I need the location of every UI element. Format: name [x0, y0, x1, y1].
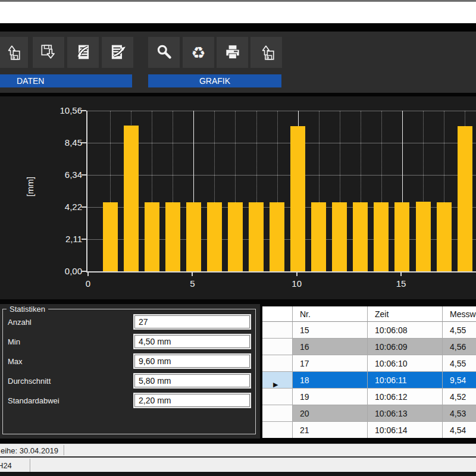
bar — [103, 202, 118, 271]
cell-nr[interactable]: 18 — [293, 372, 368, 389]
bar — [416, 202, 431, 271]
floppy-arrow-up-icon — [3, 43, 22, 62]
toolbar: ♻ DATEN GRAFIK — [0, 32, 476, 93]
document-undo-arrow-icon — [74, 43, 93, 62]
cell-nr[interactable]: 15 — [293, 322, 368, 339]
x-tick-label: 0 — [75, 278, 101, 289]
table-header-row: Nr.ZeitMesswe — [262, 306, 476, 322]
status-separator — [30, 459, 31, 472]
table-row[interactable]: 1510:06:084,55 — [262, 322, 476, 339]
cell-nr[interactable]: 16 — [293, 339, 368, 355]
x-tick-mark-icon — [400, 273, 402, 276]
status-date-text: eihe: 30.04.2019 — [1, 446, 58, 455]
bar — [207, 202, 222, 271]
stat-input-min[interactable]: 4,50 mm — [134, 335, 250, 348]
table-row[interactable]: 1910:06:124,52 — [262, 389, 476, 405]
bar — [124, 126, 139, 271]
stat-label-anzahl: Anzahl — [8, 318, 32, 327]
x-tick-label: 10 — [284, 278, 310, 289]
table-row[interactable]: 2110:06:144,54 — [262, 422, 476, 438]
print-graphic-button[interactable] — [217, 37, 248, 68]
save-graphic-button[interactable] — [250, 37, 282, 68]
cell-zeit[interactable]: 10:06:09 — [368, 339, 443, 355]
column-header-nr[interactable]: Nr. — [293, 306, 368, 322]
cell-nr[interactable]: 19 — [293, 389, 368, 405]
x-tick-mark-icon — [87, 273, 89, 276]
cell-messwert[interactable]: 9,54 — [443, 372, 476, 389]
y-tick-mark-icon — [82, 174, 86, 176]
bar — [186, 202, 201, 271]
y-tick-label: 2,11 — [35, 234, 82, 244]
column-header-messwe[interactable]: Messwe — [443, 306, 476, 322]
floppy-arrow-up-icon — [257, 43, 276, 62]
cell-messwert[interactable]: 4,54 — [443, 422, 476, 438]
bar — [332, 202, 347, 271]
export-data-button[interactable] — [102, 37, 133, 68]
row-header-cell[interactable] — [262, 405, 293, 422]
y-tick-mark-icon — [82, 239, 86, 240]
cell-nr[interactable]: 21 — [293, 422, 368, 438]
row-header-cell[interactable] — [262, 389, 293, 405]
stat-label-min: Min — [8, 337, 20, 346]
window-titlebar — [0, 2, 476, 23]
row-header-cell[interactable] — [262, 422, 293, 438]
cell-messwert[interactable]: 4,56 — [443, 339, 476, 355]
gridline-horizontal — [87, 111, 476, 111]
row-header-cell[interactable] — [262, 339, 293, 355]
clear-data-button[interactable] — [67, 37, 99, 68]
stat-input-anzahl[interactable]: 27 — [134, 315, 250, 328]
cell-zeit[interactable]: 10:06:08 — [368, 322, 443, 339]
cell-nr[interactable]: 17 — [293, 355, 368, 372]
toolbar-group-label-daten: DATEN — [0, 74, 132, 87]
y-tick-label: 8,45 — [35, 137, 82, 148]
y-tick-label: 10,56 — [35, 105, 82, 115]
printer-icon — [223, 43, 242, 62]
table-row[interactable]: ▶1810:06:119,54 — [262, 372, 476, 389]
stat-label-standardabwei: Standardabwei — [8, 396, 60, 405]
bar — [228, 202, 243, 271]
cell-zeit[interactable]: 10:06:10 — [368, 355, 443, 372]
stat-input-standardabwei[interactable]: 2,20 mm — [134, 394, 250, 407]
cell-messwert[interactable]: 4,55 — [443, 322, 476, 339]
cell-messwert[interactable]: 4,55 — [443, 355, 476, 372]
stat-input-durchschnitt[interactable]: 5,80 mm — [134, 374, 250, 387]
cell-messwert[interactable]: 4,52 — [443, 389, 476, 405]
stat-input-max[interactable]: 9,60 mm — [134, 355, 250, 368]
y-tick-label: 6,34 — [35, 170, 82, 180]
cell-nr[interactable]: 20 — [293, 405, 368, 422]
column-header-zeit[interactable]: Zeit — [368, 306, 443, 322]
y-tick-label: 4,22 — [35, 202, 82, 212]
y-tick-label: 0,00 — [35, 266, 82, 276]
y-axis-label: [mm] — [25, 174, 35, 200]
cell-zeit[interactable]: 10:06:13 — [368, 405, 443, 422]
row-header-cell[interactable] — [262, 355, 293, 372]
bar — [290, 126, 305, 271]
zoom-graphic-button[interactable] — [148, 37, 180, 68]
table-row[interactable]: 1610:06:094,56 — [262, 339, 476, 355]
row-header-cell[interactable] — [262, 322, 293, 339]
statistics-title: Statistiken — [7, 305, 48, 314]
cell-zeit[interactable]: 10:06:14 — [368, 422, 443, 438]
save-data-button[interactable] — [33, 37, 64, 68]
row-header-cell[interactable]: ▶ — [262, 372, 293, 389]
table-row[interactable]: 2010:06:134,53 — [262, 405, 476, 422]
bar — [249, 202, 264, 271]
cell-zeit[interactable]: 10:06:12 — [368, 389, 443, 405]
gridline-horizontal — [87, 143, 476, 143]
status-device-text: H24 — [0, 461, 12, 470]
measurement-table[interactable]: Nr.ZeitMesswe1510:06:084,551610:06:094,5… — [262, 306, 476, 438]
cell-zeit[interactable]: 10:06:11 — [368, 372, 443, 389]
table-header-corner[interactable] — [262, 306, 293, 322]
refresh-graphic-button[interactable]: ♻ — [183, 37, 214, 68]
y-tick-mark-icon — [82, 142, 86, 143]
floppy-arrow-down-icon — [39, 43, 58, 62]
cell-messwert[interactable]: 4,53 — [443, 405, 476, 422]
statusbar-row-1: eihe: 30.04.2019 — [0, 443, 476, 456]
recycle-icon: ♻ — [191, 45, 205, 61]
menu-strip — [0, 23, 476, 32]
bar — [353, 202, 368, 271]
load-data-button[interactable] — [0, 37, 28, 68]
bar — [394, 202, 409, 271]
table-row[interactable]: 1710:06:104,55 — [262, 355, 476, 372]
toolbar-group-label-grafik: GRAFIK — [148, 74, 281, 87]
